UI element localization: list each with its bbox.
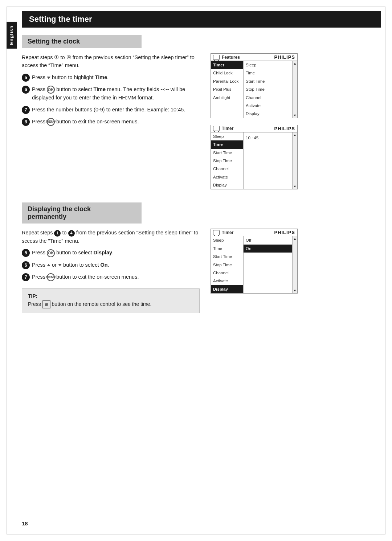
tv2-row-display: Display xyxy=(211,181,243,189)
tv2-row-sleep: Sleep xyxy=(211,132,243,140)
tv-widget2-scroll: ▲ ▼ xyxy=(292,132,297,189)
clock-step6-text: Press OK button to select Time menu. The… xyxy=(32,85,200,102)
tv-row-pixelplus: Pixel Plus xyxy=(211,85,243,93)
scroll-up3-icon: ▲ xyxy=(293,237,297,241)
scroll-down-icon: ▼ xyxy=(293,114,297,117)
tv3-row-starttime: Start Time xyxy=(211,253,243,261)
tv-right-display: Display xyxy=(244,110,292,118)
tv-icon xyxy=(213,55,220,60)
page-number: 18 xyxy=(22,520,28,526)
tip-title: TIP: xyxy=(28,293,193,299)
tv-widget3-brand: PHILIPS xyxy=(274,230,295,235)
down-arrow-icon xyxy=(47,77,50,79)
tv-widget1-header: Features PHILIPS xyxy=(211,54,297,61)
tv3-row-activate: Activate xyxy=(211,277,243,285)
tv-widget3-timer-label: Timer xyxy=(222,230,233,235)
scroll-up-icon: ▲ xyxy=(293,62,297,65)
tv-widget-timer-time: Timer PHILIPS Sleep Time Start Time xyxy=(211,125,298,190)
tv-widget3-header: Timer PHILIPS xyxy=(211,229,297,236)
tip-box: TIP: Press ⊞ button on the remote contro… xyxy=(22,288,200,313)
step-num-8: 8 xyxy=(22,118,30,126)
tv3-row-stoptime: Stop Time xyxy=(211,261,243,269)
clock-step8: 8 Press MENU button to exit the on-scree… xyxy=(22,118,200,126)
tv2-row-time: Time xyxy=(211,140,243,148)
tv-right-starttime: Start Time xyxy=(244,77,292,85)
section-setting-clock: Setting the clock Repeat steps ① to ④ fr… xyxy=(22,35,381,196)
section-heading-display: Displaying the clockpermanently xyxy=(22,202,142,224)
tv-widget1-right: Sleep Time Start Time Stop Time Channel … xyxy=(244,61,292,118)
tv-widget1-body: Timer Child Lock Parental Lock Pixel Plu… xyxy=(211,61,297,118)
tv-right-sleep: Sleep xyxy=(244,61,292,69)
step-num-d6: 6 xyxy=(22,261,30,269)
menu-button-icon: MENU xyxy=(47,118,55,126)
page-title: Setting the timer xyxy=(22,11,381,28)
tv3-row-sleep: Sleep xyxy=(211,236,243,244)
clock-step7: 7 Press the number buttons (0-9) to ente… xyxy=(22,106,200,114)
display-step7: 7 Press MENU button to exit the on-scree… xyxy=(22,273,200,281)
ok-button-icon: OK xyxy=(47,86,55,94)
tv-widget-features: Features PHILIPS Timer Child Lock Parent… xyxy=(211,53,298,118)
ok-button-icon2: OK xyxy=(47,249,55,257)
tv-icon3 xyxy=(213,230,220,235)
display-step5: 5 Press OK button to select Display. xyxy=(22,249,200,257)
clock-step7-text: Press the number buttons (0-9) to enter … xyxy=(32,106,185,114)
tv-row-timer: Timer xyxy=(211,61,243,69)
up-arrow-icon xyxy=(47,264,50,266)
tv2-row-stoptime: Stop Time xyxy=(211,157,243,165)
tv3-right-blank5 xyxy=(244,258,292,260)
step-num-6: 6 xyxy=(22,86,30,94)
tv-row-parentallock: Parental Lock xyxy=(211,77,243,85)
tv2-right-time-value: 10 : 45 xyxy=(244,134,292,142)
tip-text: Press ⊞ button on the remote control to … xyxy=(28,300,193,308)
section-heading-clock: Setting the clock xyxy=(22,35,142,48)
clock-step8-text: Press MENU button to exit the on-screen … xyxy=(32,118,139,126)
tv-widget3-left: Sleep Time Start Time Stop Time Channel … xyxy=(211,236,244,293)
scroll-down2-icon: ▼ xyxy=(293,185,297,188)
inline-step1: 1 xyxy=(54,230,61,237)
tv3-right-on: On xyxy=(244,245,292,253)
tv-widget1-features-label: Features xyxy=(222,55,240,60)
display-step5-text: Press OK button to select Display. xyxy=(32,249,114,257)
tv-widget1-brand: PHILIPS xyxy=(274,54,295,60)
display-step6: 6 Press or button to select On. xyxy=(22,261,200,269)
clock-step5: 5 Press button to highlight Time. xyxy=(22,73,200,82)
display-step6-text: Press or button to select On. xyxy=(32,261,109,269)
tv-widget-display-on: Timer PHILIPS Sleep Time Start Time xyxy=(211,229,298,294)
tv-widget3-scroll: ▲ ▼ xyxy=(292,236,297,293)
tv-widget3-right: Off On xyxy=(244,236,292,293)
tv-widget3-body: Sleep Time Start Time Stop Time Channel … xyxy=(211,236,297,293)
tv-widget1-scroll: ▲ ▼ xyxy=(292,61,297,118)
display-step7-text: Press MENU button to exit the on-screen … xyxy=(32,273,139,281)
step-num-5: 5 xyxy=(22,74,30,82)
menu-button-icon2: MENU xyxy=(47,273,55,281)
tv2-row-starttime: Start Time xyxy=(211,149,243,157)
tv-widget2-header: Timer PHILIPS xyxy=(211,125,297,132)
tv3-row-display: Display xyxy=(211,285,243,293)
section-display-clock: Displaying the clockpermanently Repeat s… xyxy=(22,202,381,313)
tv2-row-activate: Activate xyxy=(211,173,243,181)
scroll-down3-icon: ▼ xyxy=(293,289,297,292)
tv-widget2-timer-label: Timer xyxy=(222,126,233,131)
tv-right-time: Time xyxy=(244,69,292,77)
step-num-d7: 7 xyxy=(22,273,30,281)
tv-widget2-brand: PHILIPS xyxy=(274,126,295,131)
language-tab: English xyxy=(7,22,17,49)
tv-widget2-body: Sleep Time Start Time Stop Time Channel … xyxy=(211,132,297,189)
tv-row-childlock: Child Lock xyxy=(211,69,243,77)
clock-intro-text: Repeat steps ① to ④ from the previous se… xyxy=(22,53,200,70)
tv-right-stoptime: Stop Time xyxy=(244,85,292,93)
tv3-right-off: Off xyxy=(244,236,292,244)
down-arrow-icon2 xyxy=(58,264,62,266)
tv-widget2-left: Sleep Time Start Time Stop Time Channel … xyxy=(211,132,244,189)
tv-widget1-left: Timer Child Lock Parental Lock Pixel Plu… xyxy=(211,61,244,118)
scroll-up2-icon: ▲ xyxy=(293,133,297,137)
inline-step4: 4 xyxy=(68,230,75,237)
tv3-row-time: Time xyxy=(211,245,243,253)
tv-right-channel: Channel xyxy=(244,94,292,102)
tv2-row-channel: Channel xyxy=(211,165,243,173)
step-num-d5: 5 xyxy=(22,249,30,257)
tv-widget2-right: 10 : 45 xyxy=(244,132,292,189)
tv-row-ambilight: Ambilight xyxy=(211,94,243,102)
clock-step6: 6 Press OK button to select Time menu. T… xyxy=(22,85,200,102)
step-num-7: 7 xyxy=(22,106,30,114)
